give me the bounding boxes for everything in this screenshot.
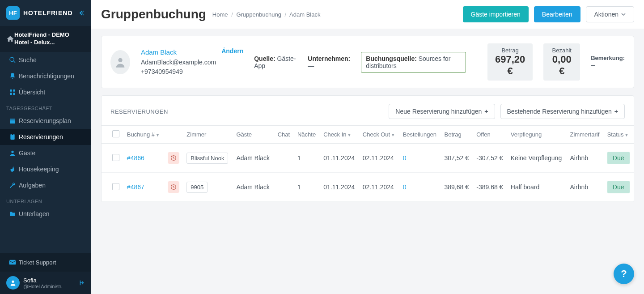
paid-box: Bezahlt 0,00 € (543, 43, 580, 81)
meal-cell: Half board (507, 173, 567, 202)
nav-documents[interactable]: Unterlagen (0, 206, 91, 222)
nav-tasks[interactable]: Aufgaben (0, 177, 91, 193)
reservations-title: RESERVIERUNGEN (110, 108, 168, 115)
svg-point-10 (12, 281, 14, 283)
add-new-reservation-button[interactable]: Neue Reservierung hinzufügen + (389, 104, 495, 119)
history-icon[interactable] (168, 152, 179, 164)
nav-label: Housekeeping (19, 166, 59, 173)
row-checkbox[interactable] (112, 183, 119, 190)
breadcrumb-mid[interactable]: Gruppenbuchung (236, 11, 281, 18)
col-orders[interactable]: Bestellungen (399, 126, 441, 144)
hotel-selector[interactable]: HotelFriend - DEMO Hotel - Delux... (0, 26, 91, 52)
nav-label: Gäste (19, 149, 35, 157)
nav-housekeeping[interactable]: Housekeeping (0, 161, 91, 177)
actions-menu-button[interactable]: Aktionen (586, 6, 634, 22)
user-avatar-icon (6, 276, 20, 290)
broom-icon (6, 166, 19, 173)
edit-button[interactable]: Bearbeiten (534, 6, 580, 22)
room-tag[interactable]: Blissful Nook (186, 153, 228, 164)
col-booking[interactable]: Buchung #▼ (123, 126, 164, 144)
nav-reservation-plan[interactable]: Reservierungsplan (0, 113, 91, 129)
user-icon (6, 149, 19, 157)
col-amount[interactable]: Betrag (441, 126, 473, 144)
logout-icon[interactable] (78, 279, 85, 286)
row-checkbox[interactable] (112, 154, 119, 161)
col-guests[interactable]: Gäste (233, 126, 274, 144)
guest-cell: Adam Black (233, 144, 274, 173)
svg-rect-3 (10, 93, 12, 95)
user-role: @Hotel Administr. (23, 284, 78, 289)
rate-cell: Airbnb (567, 144, 604, 173)
import-guests-button[interactable]: Gäste importieren (463, 6, 529, 22)
help-fab[interactable]: ? (614, 264, 634, 284)
svg-point-11 (118, 58, 122, 62)
collapse-sidebar-icon[interactable] (78, 9, 85, 17)
guest-cell: Adam Black (233, 173, 274, 202)
rate-cell: Airbnb (567, 173, 604, 202)
company-meta: Unternehmen: — (308, 55, 350, 69)
plus-icon: + (484, 108, 488, 115)
brand-logo-icon: HF (6, 6, 20, 20)
status-badge: Due (607, 152, 630, 164)
col-open[interactable]: Offen (473, 126, 507, 144)
booking-source-box: Buchungsquelle: Sources for distributors (361, 52, 466, 72)
col-meal[interactable]: Verpflegung (507, 126, 567, 144)
svg-rect-6 (10, 134, 14, 140)
col-room[interactable]: Zimmer (183, 126, 233, 144)
nights-cell: 1 (294, 144, 320, 173)
booking-link[interactable]: #4867 (127, 183, 144, 191)
amount-box: Betrag 697,20 € (487, 43, 533, 81)
nav-section-docs: UNTERLAGEN (0, 193, 91, 206)
nav-label: Benachrichtigungen (19, 72, 74, 80)
breadcrumb-home[interactable]: Home (212, 11, 228, 18)
checkout-cell: 02.11.2024 (359, 173, 399, 202)
col-rate[interactable]: Zimmertarif (567, 126, 604, 144)
dashboard-icon (6, 89, 19, 96)
meal-cell: Keine Verpflegung (507, 144, 567, 173)
col-checkin[interactable]: Check In▼ (320, 126, 359, 144)
breadcrumb: Home / Gruppenbuchung / Adam Black (212, 11, 321, 18)
search-icon (6, 56, 19, 64)
checkout-cell: 02.11.2024 (359, 144, 399, 173)
guest-name[interactable]: Adam Black (141, 47, 216, 58)
svg-rect-1 (10, 89, 12, 92)
nav-ticket-support[interactable]: Ticket Support (0, 253, 91, 272)
guest-email: AdamBlack@example.com (141, 58, 216, 67)
guest-avatar-icon (110, 50, 130, 74)
reservations-table: Buchung #▼ Zimmer Gäste Chat Nächte Chec… (102, 125, 634, 202)
svg-rect-4 (13, 93, 15, 95)
nav-reservations[interactable]: Reservierungen (0, 129, 91, 145)
col-checkout[interactable]: Check Out▼ (359, 126, 399, 144)
nav-overview[interactable]: Übersicht (0, 84, 91, 100)
guest-panel: Adam Black AdamBlack@example.com +973409… (101, 36, 634, 88)
booking-link[interactable]: #4866 (127, 154, 144, 162)
orders-link[interactable]: 0 (403, 183, 407, 191)
envelope-icon (6, 258, 19, 266)
svg-rect-2 (13, 89, 15, 92)
home-icon (6, 35, 14, 43)
col-status[interactable]: Status▼ (604, 126, 634, 144)
nav-search[interactable]: Suche (0, 52, 91, 68)
nav-notifications[interactable]: Benachrichtigungen (0, 68, 91, 84)
calendar-icon (6, 117, 19, 124)
amount-cell: 389,68 € (441, 173, 473, 202)
plus-icon: + (614, 108, 618, 115)
nav-label: Ticket Support (19, 259, 56, 266)
brand-row: HF HOTELFRIEND (0, 0, 91, 26)
user-name: Sofia (23, 277, 78, 284)
bell-icon (6, 72, 19, 80)
nav-guests[interactable]: Gäste (0, 145, 91, 161)
chevron-down-icon (621, 12, 626, 17)
orders-link[interactable]: 0 (403, 154, 407, 162)
change-guest-link[interactable]: Ändern (221, 47, 243, 55)
nav-label: Übersicht (19, 89, 45, 96)
room-tag[interactable]: 9905 (186, 182, 208, 193)
col-nights[interactable]: Nächte (294, 126, 320, 144)
col-chat[interactable]: Chat (274, 126, 294, 144)
remark-box: Bemerkung: – (591, 55, 625, 69)
select-all-checkbox[interactable] (112, 130, 119, 137)
wrench-icon (6, 182, 19, 189)
sidebar: HF HOTELFRIEND HotelFriend - DEMO Hotel … (0, 0, 91, 294)
history-icon[interactable] (168, 181, 179, 193)
add-existing-reservation-button[interactable]: Bestehende Reservierung hinzufügen + (500, 104, 625, 119)
